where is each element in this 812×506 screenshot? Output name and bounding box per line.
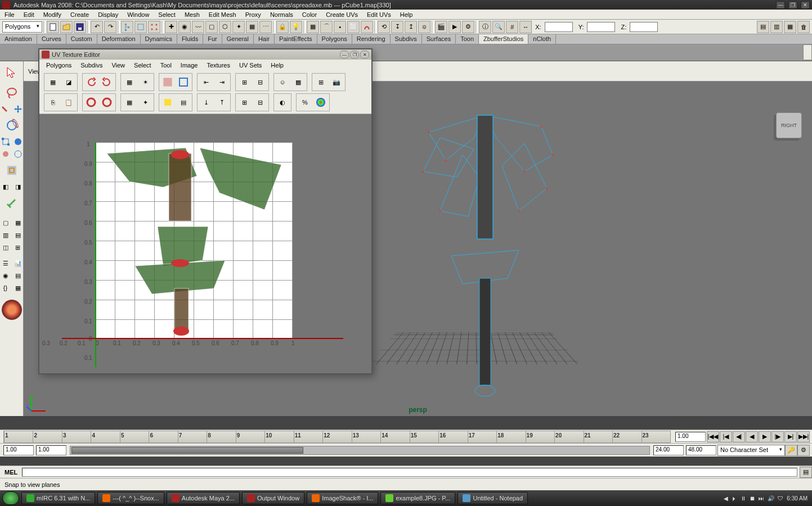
four-pane-icon[interactable]: ▦ [12,217,24,228]
menu-edituvs[interactable]: Edit UVs [362,11,396,18]
uv-align-top-icon[interactable]: ⤒ [214,94,230,110]
history-out-icon[interactable]: ↥ [405,21,417,33]
play-back-button[interactable]: ◀ [746,431,758,442]
uv-menu-uvsets[interactable]: UV Sets [235,62,266,69]
shelf-tab-zbufferstudios[interactable]: ZbufferStudios [479,34,528,44]
uv-paste-icon[interactable]: 📋 [61,94,77,110]
menu-window[interactable]: Window [123,11,154,18]
play-start-field[interactable]: 1.00 [36,445,66,455]
play-end-field[interactable]: 24.00 [653,445,684,455]
layout-tool2-icon[interactable]: ◨ [12,181,24,192]
scale-tool-icon[interactable] [0,136,11,147]
tray-clock[interactable]: 6:30 AM [787,495,807,502]
tray-icon[interactable]: ⏭ [759,495,764,502]
uv-rotate-ccw-icon[interactable] [83,74,99,90]
last-tool-icon[interactable] [1,161,23,180]
prev-key-button[interactable]: |◀ [720,431,732,442]
menu-file[interactable]: File [0,11,19,18]
shelf-tab-general[interactable]: General [222,34,254,44]
multilister-icon[interactable]: ▦ [12,282,24,293]
uv-grid-c-icon[interactable]: ⊞ [236,94,252,110]
system-tray[interactable]: ◀ ⏵ ⏸ ⏹ ⏭ 🔊 🛡 6:30 AM [724,495,810,502]
inputbox-mode-icon[interactable]: ⓘ [479,21,491,33]
shelf-tab-custom[interactable]: Custom [66,34,97,44]
uv-align-right-icon[interactable]: ⇥ [214,74,230,90]
uv-face-icon[interactable]: ☺ [275,74,290,90]
prefs-button[interactable]: ⚙ [797,445,810,456]
shelf-tab-fur[interactable]: Fur [203,34,222,44]
mask-handle-icon[interactable]: ✚ [165,21,177,33]
script-lang-label[interactable]: MEL [0,469,22,476]
single-pane-icon[interactable]: ▢ [0,217,11,228]
hypershade-icon[interactable]: ◉ [0,270,11,281]
close-button[interactable]: ✕ [801,1,810,9]
history-in-icon[interactable]: ↧ [391,21,403,33]
menu-help[interactable]: Help [396,11,418,18]
uv-menu-subdivs[interactable]: Subdivs [76,62,107,69]
tray-icon[interactable]: ⏵ [732,495,737,502]
taskbar-item[interactable]: ---( ^_^ )--Snox... [97,492,164,504]
absolute-icon[interactable]: ↔ [519,21,532,33]
lock-selection-icon[interactable]: 🔒 [276,21,289,33]
two-pane-v-icon[interactable]: ▤ [12,229,24,241]
tray-icon[interactable]: 🛡 [778,495,783,502]
start-button[interactable] [2,491,19,505]
view-cube[interactable]: RIGHT [776,112,802,138]
layout-tool1-icon[interactable]: ◧ [0,181,11,192]
mask-deform-icon[interactable]: ⬡ [219,21,231,33]
uv-smudge-icon[interactable]: ✶ [137,74,153,90]
uv-cycle-v-icon[interactable] [99,94,115,110]
save-scene-icon[interactable] [74,21,86,33]
mask-curve-icon[interactable]: 〰 [192,21,204,33]
shelf-tab-hair[interactable]: Hair [254,34,275,44]
taskbar-item[interactable]: example8.JPG - P... [380,492,455,504]
taskbar-item[interactable]: Untitled - Notepad [457,492,528,504]
select-tool-icon[interactable] [1,63,23,82]
uv-grid-d-icon[interactable]: ⊟ [252,94,268,110]
next-key-button[interactable]: ▶| [784,431,797,442]
uv-cut-icon[interactable]: ▤ [176,94,191,110]
uv-cycle-u-icon[interactable] [83,94,99,110]
menu-create[interactable]: Create [66,11,93,18]
step-back-button[interactable]: ◀| [733,431,745,442]
rotate-tool-icon[interactable] [1,116,23,135]
menu-createuvs[interactable]: Create UVs [321,11,362,18]
tray-icon[interactable]: ⏹ [750,495,755,502]
uv-align-bottom-icon[interactable]: ⤓ [198,94,214,110]
mask-dynamic-icon[interactable]: ✦ [232,21,245,33]
show-manip-icon[interactable] [12,148,24,160]
open-scene-icon[interactable] [60,21,73,33]
anim-start-field[interactable]: 1.00 [3,445,34,455]
uv-rotate-cw-icon[interactable] [99,74,115,90]
undo-icon[interactable]: ↶ [91,21,103,33]
snap-plane-icon[interactable]: ⬜ [347,21,360,33]
uv-select-border-icon[interactable] [176,74,191,90]
uv-color-icon[interactable] [313,94,329,110]
uv-relax-icon[interactable] [160,94,176,110]
taskbar-item[interactable]: Autodesk Maya 2... [167,492,240,504]
uv-checker-icon[interactable]: ▩ [290,74,306,90]
tray-icon[interactable]: 🔊 [768,495,774,502]
shelf-tab-polygons[interactable]: Polygons [317,34,352,44]
shelf-tab-surfaces[interactable]: Surfaces [422,34,456,44]
uv-layout-icon[interactable]: ▦ [122,94,137,110]
coord-x-input[interactable] [545,22,573,32]
uv-canvas[interactable]: 1 0.9 0.8 0.7 0.6 0.5 0.4 0.3 0.2 0.1 0 … [39,114,371,373]
mask-misc-icon[interactable]: ⋯ [259,21,272,33]
highlight-toggle-icon[interactable]: 💡 [290,21,302,33]
two-pane-h-icon[interactable]: ▥ [0,229,11,241]
history-toggle-icon[interactable]: ⟲ [378,21,390,33]
show-attribute-editor-icon[interactable]: ▤ [757,21,769,33]
uv-unfold-icon[interactable]: ✦ [137,94,153,110]
uv-ratio-icon[interactable]: % [297,94,313,110]
show-channel-box-icon[interactable]: ▦ [784,21,796,33]
lasso-tool-icon[interactable] [1,83,23,102]
ipr-render-icon[interactable]: ▶ [448,21,461,33]
script-editor-icon[interactable]: {} [0,282,11,293]
range-track[interactable] [70,446,650,455]
tray-icon[interactable]: ⏸ [741,495,746,502]
numeric-input-icon[interactable]: # [506,21,518,33]
uv-menu-tool[interactable]: Tool [156,62,176,69]
soft-mod-tool-icon[interactable] [0,148,11,160]
paint-select-tool-icon[interactable] [0,103,11,115]
